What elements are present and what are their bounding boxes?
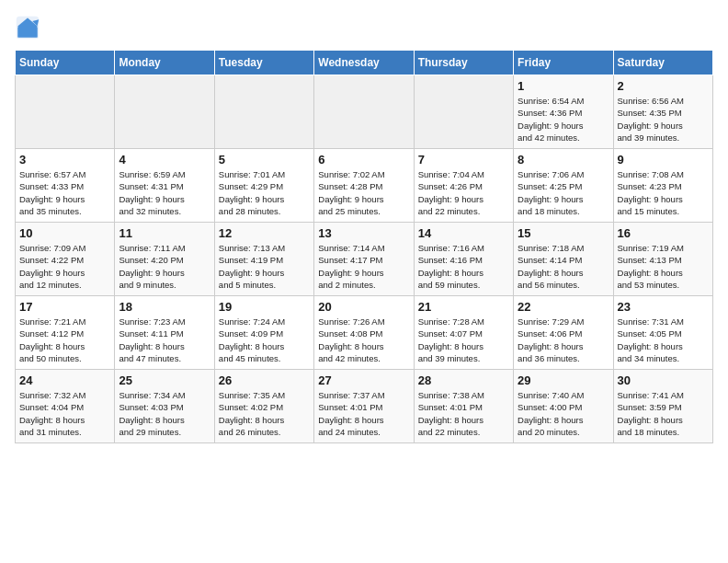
day-number: 7	[418, 153, 509, 167]
calendar-cell: 20Sunrise: 7:26 AM Sunset: 4:08 PM Dayli…	[314, 296, 414, 370]
day-number: 1	[518, 79, 609, 93]
day-info: Sunrise: 7:40 AM Sunset: 4:00 PM Dayligh…	[518, 389, 609, 438]
calendar-cell: 24Sunrise: 7:32 AM Sunset: 4:04 PM Dayli…	[16, 370, 115, 443]
day-header-sunday: Sunday	[16, 51, 115, 75]
day-number: 12	[219, 226, 310, 240]
calendar-cell: 7Sunrise: 7:04 AM Sunset: 4:26 PM Daylig…	[414, 149, 513, 223]
day-info: Sunrise: 7:04 AM Sunset: 4:26 PM Dayligh…	[418, 168, 509, 217]
day-number: 23	[618, 300, 709, 314]
week-row-4: 17Sunrise: 7:21 AM Sunset: 4:12 PM Dayli…	[16, 296, 713, 370]
calendar-cell: 27Sunrise: 7:37 AM Sunset: 4:01 PM Dayli…	[314, 370, 414, 443]
day-info: Sunrise: 7:14 AM Sunset: 4:17 PM Dayligh…	[318, 242, 409, 291]
day-number: 21	[418, 300, 509, 314]
calendar-cell: 22Sunrise: 7:29 AM Sunset: 4:06 PM Dayli…	[514, 296, 613, 370]
day-number: 13	[318, 226, 409, 240]
calendar-cell: 14Sunrise: 7:16 AM Sunset: 4:16 PM Dayli…	[414, 223, 513, 296]
day-info: Sunrise: 7:28 AM Sunset: 4:07 PM Dayligh…	[418, 316, 509, 364]
day-info: Sunrise: 7:08 AM Sunset: 4:23 PM Dayligh…	[618, 168, 709, 217]
day-number: 24	[19, 373, 110, 387]
calendar-cell: 12Sunrise: 7:13 AM Sunset: 4:19 PM Dayli…	[214, 223, 313, 296]
day-info: Sunrise: 6:54 AM Sunset: 4:36 PM Dayligh…	[518, 95, 609, 144]
day-number: 28	[418, 373, 509, 387]
day-info: Sunrise: 7:18 AM Sunset: 4:14 PM Dayligh…	[518, 242, 609, 291]
week-row-1: 1Sunrise: 6:54 AM Sunset: 4:36 PM Daylig…	[16, 75, 713, 149]
day-info: Sunrise: 7:01 AM Sunset: 4:29 PM Dayligh…	[219, 168, 310, 217]
calendar-cell: 23Sunrise: 7:31 AM Sunset: 4:05 PM Dayli…	[613, 296, 712, 370]
day-info: Sunrise: 7:38 AM Sunset: 4:01 PM Dayligh…	[418, 389, 509, 438]
calendar-cell: 21Sunrise: 7:28 AM Sunset: 4:07 PM Dayli…	[414, 296, 513, 370]
day-info: Sunrise: 7:02 AM Sunset: 4:28 PM Dayligh…	[318, 168, 409, 217]
logo-icon	[15, 15, 40, 40]
day-number: 17	[19, 300, 110, 314]
logo	[15, 15, 44, 40]
calendar-cell: 11Sunrise: 7:11 AM Sunset: 4:20 PM Dayli…	[115, 223, 214, 296]
day-info: Sunrise: 7:21 AM Sunset: 4:12 PM Dayligh…	[19, 316, 110, 364]
calendar-cell: 3Sunrise: 6:57 AM Sunset: 4:33 PM Daylig…	[16, 149, 115, 223]
calendar-cell: 15Sunrise: 7:18 AM Sunset: 4:14 PM Dayli…	[514, 223, 613, 296]
calendar-cell: 29Sunrise: 7:40 AM Sunset: 4:00 PM Dayli…	[514, 370, 613, 443]
day-number: 15	[518, 226, 609, 240]
header	[15, 15, 713, 40]
week-row-3: 10Sunrise: 7:09 AM Sunset: 4:22 PM Dayli…	[16, 223, 713, 296]
calendar-cell	[314, 75, 414, 149]
day-info: Sunrise: 7:34 AM Sunset: 4:03 PM Dayligh…	[119, 389, 210, 438]
day-number: 18	[119, 300, 210, 314]
calendar-cell: 18Sunrise: 7:23 AM Sunset: 4:11 PM Dayli…	[115, 296, 214, 370]
calendar-cell	[214, 75, 313, 149]
day-header-saturday: Saturday	[613, 51, 712, 75]
calendar-cell: 4Sunrise: 6:59 AM Sunset: 4:31 PM Daylig…	[115, 149, 214, 223]
day-header-monday: Monday	[115, 51, 214, 75]
day-info: Sunrise: 7:41 AM Sunset: 3:59 PM Dayligh…	[618, 389, 709, 438]
calendar-cell: 2Sunrise: 6:56 AM Sunset: 4:35 PM Daylig…	[613, 75, 712, 149]
day-info: Sunrise: 7:26 AM Sunset: 4:08 PM Dayligh…	[318, 316, 409, 364]
svg-rect-3	[18, 28, 38, 38]
day-header-tuesday: Tuesday	[214, 51, 313, 75]
day-info: Sunrise: 7:24 AM Sunset: 4:09 PM Dayligh…	[219, 316, 310, 364]
day-info: Sunrise: 6:57 AM Sunset: 4:33 PM Dayligh…	[19, 168, 110, 217]
day-info: Sunrise: 7:11 AM Sunset: 4:20 PM Dayligh…	[119, 242, 210, 291]
day-number: 3	[19, 153, 110, 167]
day-info: Sunrise: 7:29 AM Sunset: 4:06 PM Dayligh…	[518, 316, 609, 364]
calendar-table: SundayMondayTuesdayWednesdayThursdayFrid…	[15, 50, 713, 443]
day-number: 29	[518, 373, 609, 387]
day-info: Sunrise: 7:32 AM Sunset: 4:04 PM Dayligh…	[19, 389, 110, 438]
calendar-cell: 28Sunrise: 7:38 AM Sunset: 4:01 PM Dayli…	[414, 370, 513, 443]
calendar-cell: 17Sunrise: 7:21 AM Sunset: 4:12 PM Dayli…	[16, 296, 115, 370]
day-number: 11	[119, 226, 210, 240]
calendar-cell: 26Sunrise: 7:35 AM Sunset: 4:02 PM Dayli…	[214, 370, 313, 443]
day-number: 6	[318, 153, 409, 167]
day-number: 5	[219, 153, 310, 167]
calendar-cell: 9Sunrise: 7:08 AM Sunset: 4:23 PM Daylig…	[613, 149, 712, 223]
day-info: Sunrise: 7:35 AM Sunset: 4:02 PM Dayligh…	[219, 389, 310, 438]
calendar-cell: 13Sunrise: 7:14 AM Sunset: 4:17 PM Dayli…	[314, 223, 414, 296]
day-info: Sunrise: 7:37 AM Sunset: 4:01 PM Dayligh…	[318, 389, 409, 438]
calendar-cell: 10Sunrise: 7:09 AM Sunset: 4:22 PM Dayli…	[16, 223, 115, 296]
day-number: 22	[518, 300, 609, 314]
calendar-cell: 6Sunrise: 7:02 AM Sunset: 4:28 PM Daylig…	[314, 149, 414, 223]
day-number: 16	[618, 226, 709, 240]
day-info: Sunrise: 7:06 AM Sunset: 4:25 PM Dayligh…	[518, 168, 609, 217]
calendar-cell: 30Sunrise: 7:41 AM Sunset: 3:59 PM Dayli…	[613, 370, 712, 443]
day-number: 9	[618, 153, 709, 167]
calendar-cell: 25Sunrise: 7:34 AM Sunset: 4:03 PM Dayli…	[115, 370, 214, 443]
day-number: 2	[618, 79, 709, 93]
day-info: Sunrise: 6:56 AM Sunset: 4:35 PM Dayligh…	[618, 95, 709, 144]
day-header-wednesday: Wednesday	[314, 51, 414, 75]
day-info: Sunrise: 7:13 AM Sunset: 4:19 PM Dayligh…	[219, 242, 310, 291]
day-header-friday: Friday	[514, 51, 613, 75]
calendar-cell: 16Sunrise: 7:19 AM Sunset: 4:13 PM Dayli…	[613, 223, 712, 296]
day-number: 4	[119, 153, 210, 167]
calendar-cell: 8Sunrise: 7:06 AM Sunset: 4:25 PM Daylig…	[514, 149, 613, 223]
day-number: 19	[219, 300, 310, 314]
day-number: 8	[518, 153, 609, 167]
calendar-cell: 1Sunrise: 6:54 AM Sunset: 4:36 PM Daylig…	[514, 75, 613, 149]
calendar-cell	[16, 75, 115, 149]
calendar-cell	[115, 75, 214, 149]
day-info: Sunrise: 6:59 AM Sunset: 4:31 PM Dayligh…	[119, 168, 210, 217]
week-row-5: 24Sunrise: 7:32 AM Sunset: 4:04 PM Dayli…	[16, 370, 713, 443]
day-number: 14	[418, 226, 509, 240]
day-info: Sunrise: 7:09 AM Sunset: 4:22 PM Dayligh…	[19, 242, 110, 291]
day-info: Sunrise: 7:19 AM Sunset: 4:13 PM Dayligh…	[618, 242, 709, 291]
header-row: SundayMondayTuesdayWednesdayThursdayFrid…	[16, 51, 713, 75]
day-info: Sunrise: 7:31 AM Sunset: 4:05 PM Dayligh…	[618, 316, 709, 364]
